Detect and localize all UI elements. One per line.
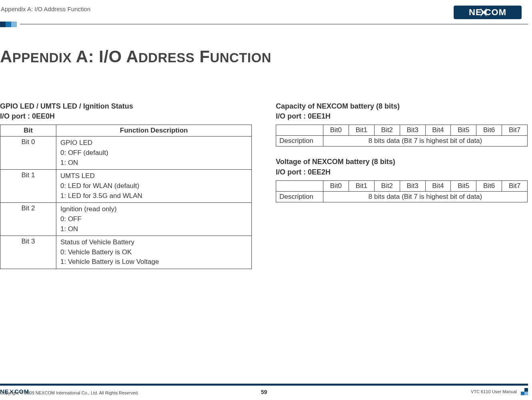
bit-header: Bit2 bbox=[374, 125, 400, 136]
footer-right-group: VTC 6110 User Manual bbox=[471, 388, 528, 395]
svg-text:NE COM: NE COM bbox=[469, 7, 506, 17]
header-rule bbox=[20, 24, 528, 24]
nexcom-logo-top: NE COM bbox=[454, 6, 525, 19]
col-desc: Function Description bbox=[56, 125, 252, 137]
bit-header: Bit1 bbox=[349, 180, 374, 191]
voltage-table: Bit0 Bit1 Bit2 Bit3 Bit4 Bit5 Bit6 Bit7 … bbox=[276, 180, 528, 202]
capacity-section: Capacity of NEXCOM battery (8 bits) I/O … bbox=[276, 101, 528, 147]
page-header: Appendix A: I/O Address Function NE COM bbox=[0, 0, 532, 22]
table-row: Description 8 bits data (Bit 7 is highes… bbox=[276, 136, 528, 147]
table-row: Bit 2 Ignition (read only) 0: OFF 1: ON bbox=[0, 203, 252, 236]
row-label: Description bbox=[276, 136, 323, 147]
footer-rule bbox=[0, 384, 528, 386]
desc-cell: UMTS LED 0: LED for WLAN (default) 1: LE… bbox=[56, 170, 252, 203]
page-number: 59 bbox=[261, 389, 267, 395]
row-value: 8 bits data (Bit 7 is highest bit of dat… bbox=[323, 136, 528, 147]
bit-header: Bit0 bbox=[323, 180, 349, 191]
capacity-table: Bit0 Bit1 Bit2 Bit3 Bit4 Bit5 Bit6 Bit7 … bbox=[276, 125, 528, 147]
table-row: Bit0 Bit1 Bit2 Bit3 Bit4 Bit5 Bit6 Bit7 bbox=[276, 125, 528, 136]
bit-cell: Bit 1 bbox=[0, 170, 56, 203]
content-area: GPIO LED / UMTS LED / Ignition Status I/… bbox=[0, 101, 528, 269]
gpio-heading-line1: GPIO LED / UMTS LED / Ignition Status bbox=[0, 102, 133, 110]
desc-cell: Ignition (read only) 0: OFF 1: ON bbox=[56, 203, 252, 236]
page-title: APPENDIX A: I/O ADDRESS FUNCTION bbox=[0, 47, 271, 66]
table-row: Description 8 bits data (Bit 7 is highes… bbox=[276, 191, 528, 202]
table-row: Bit 0 GPIO LED 0: OFF (default) 1: ON bbox=[0, 137, 252, 170]
bit-header: Bit2 bbox=[374, 180, 400, 191]
left-column: GPIO LED / UMTS LED / Ignition Status I/… bbox=[0, 101, 252, 269]
gpio-heading-line2: I/O port : 0EE0H bbox=[0, 112, 55, 120]
bit-header: Bit1 bbox=[349, 125, 374, 136]
bit-header: Bit6 bbox=[476, 180, 502, 191]
voltage-section: Voltage of NEXCOM battery (8 bits) I/O p… bbox=[276, 157, 528, 202]
bit-header: Bit7 bbox=[502, 125, 528, 136]
right-column: Capacity of NEXCOM battery (8 bits) I/O … bbox=[276, 101, 528, 269]
row-label: Description bbox=[276, 191, 323, 202]
voltage-heading-line2: I/O port : 0EE2H bbox=[276, 168, 331, 176]
bit-cell: Bit 0 bbox=[0, 137, 56, 170]
bit-header: Bit5 bbox=[451, 125, 476, 136]
bit-cell: Bit 3 bbox=[0, 236, 56, 269]
empty-cell bbox=[276, 125, 323, 136]
voltage-heading: Voltage of NEXCOM battery (8 bits) I/O p… bbox=[276, 157, 528, 177]
table-row: Bit0 Bit1 Bit2 Bit3 Bit4 Bit5 Bit6 Bit7 bbox=[276, 180, 528, 191]
empty-cell bbox=[276, 180, 323, 191]
header-section-title: Appendix A: I/O Address Function bbox=[0, 6, 90, 12]
bit-header: Bit3 bbox=[400, 125, 425, 136]
bit-header: Bit5 bbox=[451, 180, 476, 191]
footer-manual: VTC 6110 User Manual bbox=[471, 389, 517, 394]
capacity-heading: Capacity of NEXCOM battery (8 bits) I/O … bbox=[276, 101, 528, 121]
bit-header: Bit4 bbox=[425, 180, 451, 191]
table-row: Bit 1 UMTS LED 0: LED for WLAN (default)… bbox=[0, 170, 252, 203]
bit-header: Bit3 bbox=[400, 180, 425, 191]
bit-header: Bit4 bbox=[425, 125, 451, 136]
voltage-heading-line1: Voltage of NEXCOM battery (8 bits) bbox=[276, 158, 395, 166]
gpio-heading: GPIO LED / UMTS LED / Ignition Status I/… bbox=[0, 101, 252, 121]
capacity-heading-line1: Capacity of NEXCOM battery (8 bits) bbox=[276, 102, 400, 110]
nexcom-logo-icon: NE COM bbox=[454, 6, 522, 19]
gpio-table: Bit Function Description Bit 0 GPIO LED … bbox=[0, 125, 252, 269]
desc-cell: GPIO LED 0: OFF (default) 1: ON bbox=[56, 137, 252, 170]
table-header-row: Bit Function Description bbox=[0, 125, 252, 137]
bit-header: Bit0 bbox=[323, 125, 349, 136]
header-decor-squares bbox=[0, 22, 17, 27]
footer-copyright: Copyright © 2009 NEXCOM International Co… bbox=[0, 390, 139, 395]
col-bit: Bit bbox=[0, 125, 56, 137]
bit-cell: Bit 2 bbox=[0, 203, 56, 236]
desc-cell: Status of Vehicle Battery 0: Vehicle Bat… bbox=[56, 236, 252, 269]
table-row: Bit 3 Status of Vehicle Battery 0: Vehic… bbox=[0, 236, 252, 269]
row-value: 8 bits data (Bit 7 is highest bit of dat… bbox=[323, 191, 528, 202]
bit-header: Bit7 bbox=[502, 180, 528, 191]
footer-decor-squares bbox=[521, 388, 528, 395]
bit-header: Bit6 bbox=[476, 125, 502, 136]
capacity-heading-line2: I/O port : 0EE1H bbox=[276, 112, 331, 120]
page-footer: NE COM VTC 6110 User Manual Copyright © … bbox=[0, 384, 528, 395]
